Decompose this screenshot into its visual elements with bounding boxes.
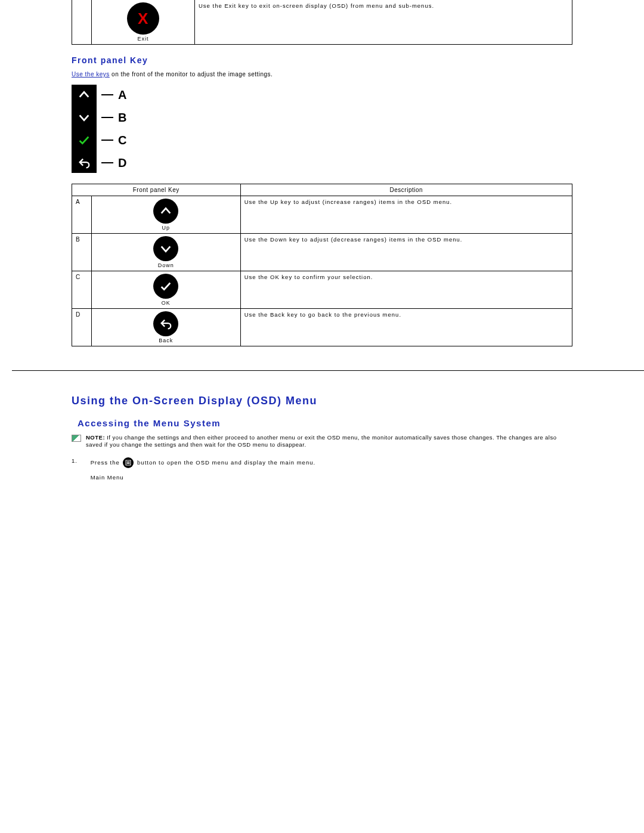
osd-heading: Using the On-Screen Display (OSD) Menu <box>72 395 572 407</box>
checkmark-icon <box>78 134 91 147</box>
front-panel-text: Use the keys on the front of the monitor… <box>72 71 572 78</box>
row-desc: Use the Back key to go back to the previ… <box>240 309 572 346</box>
accessing-heading: Accessing the Menu System <box>78 418 572 428</box>
row-id: D <box>72 309 92 346</box>
step-number: 1. <box>72 457 88 464</box>
front-panel-heading: Front panel Key <box>72 55 572 65</box>
table-header-desc: Description <box>240 184 572 196</box>
use-the-keys-link[interactable]: Use the keys <box>72 71 110 78</box>
back-arrow-icon <box>78 156 91 169</box>
table-row: C OK Use the OK key to confirm your sele… <box>72 271 572 309</box>
note-prefix: NOTE: <box>86 434 107 441</box>
row-desc: Use the Down key to adjust (decrease ran… <box>240 234 572 271</box>
ok-icon <box>153 274 178 299</box>
exit-key-row: X Exit Use the Exit key to exit on-scree… <box>72 0 572 45</box>
back-icon-label: Back <box>95 337 237 343</box>
section-divider <box>12 370 644 371</box>
main-menu-label: Main Menu <box>91 474 572 481</box>
exit-description: Use the Exit key to exit on-screen displ… <box>195 0 572 45</box>
row-id: A <box>72 196 92 234</box>
panel-label-b: B <box>118 111 126 125</box>
down-icon-label: Down <box>95 262 237 268</box>
panel-key-graphic: A B C D <box>72 85 572 173</box>
table-row: A Up Use the Up key to adjust (increase … <box>72 196 572 234</box>
front-panel-key-table: Front panel Key Description A Up Use the… <box>72 184 572 346</box>
row-id: C <box>72 271 92 309</box>
row-desc: Use the OK key to confirm your selection… <box>240 271 572 309</box>
table-row: D Back Use the Back key to go back to th… <box>72 309 572 346</box>
up-icon <box>153 199 178 224</box>
exit-icon: X <box>127 2 159 35</box>
front-panel-text-after: on the front of the monitor to adjust th… <box>110 71 273 78</box>
table-row: B Down Use the Down key to adjust (decre… <box>72 234 572 271</box>
down-icon <box>153 236 178 261</box>
exit-icon-label: Exit <box>95 36 191 42</box>
note-text: NOTE: If you change the settings and the… <box>86 434 572 449</box>
back-icon <box>153 311 178 336</box>
table-header-key: Front panel Key <box>72 184 241 196</box>
chevron-down-icon <box>78 111 91 124</box>
ok-icon-label: OK <box>95 300 237 306</box>
chevron-up-icon <box>78 88 91 101</box>
step1-after: button to open the OSD menu and display … <box>137 459 315 465</box>
up-icon-label: Up <box>95 225 237 231</box>
panel-label-d: D <box>118 156 126 170</box>
menu-button-icon <box>123 457 134 468</box>
panel-label-c: C <box>118 134 126 147</box>
step1-before: Press the <box>91 459 122 465</box>
row-id: B <box>72 234 92 271</box>
step-1: 1. Press the button to open the OSD menu… <box>72 457 572 481</box>
note-row: NOTE: If you change the settings and the… <box>72 434 572 449</box>
note-icon <box>72 435 81 442</box>
note-body: If you change the settings and then eith… <box>86 434 557 448</box>
panel-label-a: A <box>118 88 126 102</box>
row-desc: Use the Up key to adjust (increase range… <box>240 196 572 234</box>
